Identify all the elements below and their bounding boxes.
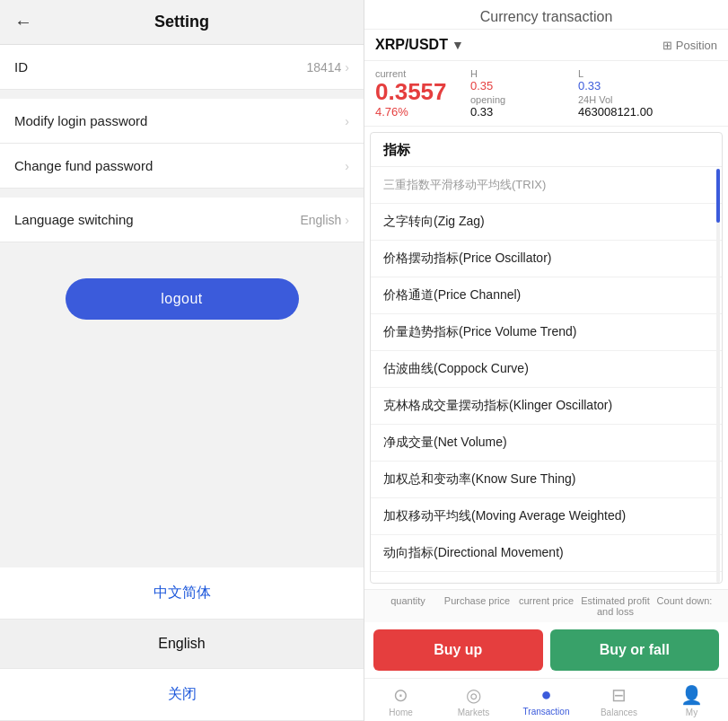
nav-label-balances: Balances: [601, 708, 637, 717]
language-picker-overlay: 中文简体 English 关闭: [0, 567, 364, 721]
table-header: quantityPurchase pricecurrent priceEstim…: [364, 589, 728, 622]
stat-row-vol: opening 0.33 24H Vol 463008121.00: [470, 94, 653, 119]
settings-label-language: Language switching: [14, 212, 134, 227]
settings-divider-2: [0, 189, 364, 198]
chevron-icon-fund: ›: [345, 159, 349, 173]
price-change: 4.76%: [375, 105, 456, 119]
ticker-left: XRP/USDT ▼: [375, 37, 464, 53]
nav-item-balances[interactable]: ⊟Balances: [583, 684, 655, 717]
position-icon: ⊞: [662, 39, 672, 52]
left-panel: ← Setting ID 18414 › Modify login passwo…: [0, 0, 364, 721]
settings-title: Setting: [14, 13, 349, 31]
nav-label-transaction: Transaction: [523, 707, 570, 717]
chevron-icon-id: ›: [345, 60, 349, 75]
settings-row-login-password[interactable]: Modify login password ›: [0, 99, 364, 144]
indicator-item[interactable]: 动向指标(Directional Movement): [371, 535, 722, 572]
indicator-item[interactable]: 动量指标(Momentum): [371, 572, 722, 583]
stat-l: L 0.33: [578, 68, 650, 92]
scrollbar-thumb[interactable]: [716, 169, 720, 223]
stat-vol: 24H Vol 463008121.00: [578, 94, 653, 119]
table-col-header: current price: [512, 595, 581, 617]
language-option-english[interactable]: English: [0, 620, 364, 669]
settings-divider-3: [0, 242, 364, 251]
settings-row-id[interactable]: ID 18414 ›: [0, 45, 364, 90]
stat-vol-label: 24H Vol: [578, 94, 653, 105]
ticker-bar: XRP/USDT ▼ ⊞ Position: [364, 30, 728, 61]
stat-opening: opening 0.33: [470, 94, 542, 119]
settings-value-language: English ›: [300, 213, 349, 227]
right-panel: Currency transaction XRP/USDT ▼ ⊞ Positi…: [364, 0, 728, 721]
stat-vol-value: 463008121.00: [578, 105, 653, 119]
logout-wrapper: logout: [0, 251, 364, 347]
settings-divider-1: [0, 90, 364, 99]
nav-item-transaction[interactable]: ●Transaction: [510, 684, 583, 717]
nav-label-home: Home: [389, 708, 413, 717]
current-price: 0.3557: [375, 79, 456, 105]
nav-item-markets[interactable]: ◎Markets: [437, 684, 510, 717]
nav-label-markets: Markets: [458, 708, 490, 717]
currency-page-title: Currency transaction: [364, 0, 728, 30]
language-option-chinese[interactable]: 中文简体: [0, 567, 364, 620]
stat-h: H 0.35: [470, 68, 542, 92]
table-col-header: Estimated profit and loss: [581, 595, 650, 617]
settings-label-id: ID: [14, 59, 28, 75]
indicator-item[interactable]: 克林格成交量摆动指标(Klinger Oscillator): [371, 388, 722, 425]
settings-label-fund-password: Change fund password: [14, 158, 153, 173]
price-stats: H 0.35 L 0.33 opening 0.33 24H Vol 46300…: [470, 68, 653, 119]
table-col-header: quantity: [373, 595, 443, 617]
position-label: Position: [676, 39, 717, 52]
table-col-header: Purchase price: [443, 595, 512, 617]
chevron-icon-login: ›: [345, 114, 349, 128]
ticker-dropdown-icon[interactable]: ▼: [452, 38, 464, 52]
indicators-panel: 指标 三重指数平滑移动平均线(TRIX)之字转向(Zig Zag)价格摆动指标(…: [370, 132, 723, 584]
indicator-item[interactable]: 价量趋势指标(Price Volume Trend): [371, 314, 722, 351]
price-row: current 0.3557 4.76% H 0.35 L 0.33 openi…: [364, 61, 728, 127]
chevron-icon-language: ›: [345, 213, 349, 227]
stat-opening-value: 0.33: [470, 105, 542, 119]
bottom-nav: ⊙Home◎Markets●Transaction⊟Balances👤My: [364, 678, 728, 721]
nav-icon-balances: ⊟: [611, 684, 627, 706]
nav-icon-my: 👤: [680, 684, 703, 706]
nav-icon-transaction: ●: [540, 684, 551, 705]
indicators-list[interactable]: 三重指数平滑移动平均线(TRIX)之字转向(Zig Zag)价格摆动指标(Pri…: [371, 167, 722, 583]
position-button[interactable]: ⊞ Position: [662, 39, 717, 52]
nav-label-my: My: [686, 708, 697, 717]
indicator-item[interactable]: 价格通道(Price Channel): [371, 277, 722, 314]
logout-button[interactable]: logout: [66, 278, 299, 320]
back-button[interactable]: ←: [14, 12, 32, 32]
settings-label-login-password: Modify login password: [14, 113, 147, 128]
settings-row-language[interactable]: Language switching English ›: [0, 198, 364, 242]
settings-value-id: 18414 ›: [306, 60, 349, 75]
buy-up-button[interactable]: Buy up: [373, 629, 543, 671]
indicator-item[interactable]: 加权总和变动率(Know Sure Thing): [371, 462, 722, 498]
indicator-item[interactable]: 估波曲线(Coppock Curve): [371, 351, 722, 388]
nav-item-my[interactable]: 👤My: [655, 684, 728, 717]
scrollbar-track: [716, 169, 720, 583]
stat-row-hl: H 0.35 L 0.33: [470, 68, 653, 92]
indicator-item[interactable]: 净成交量(Net Volume): [371, 425, 722, 462]
indicator-item[interactable]: 三重指数平滑移动平均线(TRIX): [371, 167, 722, 204]
nav-icon-markets: ◎: [466, 684, 481, 706]
indicators-title: 指标: [371, 133, 722, 167]
stat-h-label: H: [470, 68, 542, 79]
nav-icon-home: ⊙: [393, 684, 408, 706]
indicator-item[interactable]: 价格摆动指标(Price Oscillator): [371, 241, 722, 277]
buy-fall-button[interactable]: Buy or fall: [550, 629, 720, 671]
stat-l-value: 0.33: [578, 79, 650, 92]
settings-header: ← Setting: [0, 0, 364, 45]
settings-row-fund-password[interactable]: Change fund password ›: [0, 144, 364, 189]
indicator-item[interactable]: 加权移动平均线(Moving Average Weighted): [371, 498, 722, 535]
stat-l-label: L: [578, 68, 650, 79]
ticker-symbol: XRP/USDT: [375, 37, 448, 53]
stat-h-value: 0.35: [470, 79, 542, 92]
action-buttons: Buy up Buy or fall: [364, 622, 728, 678]
language-picker-close[interactable]: 关闭: [0, 669, 364, 721]
table-col-header: Count down:: [650, 595, 719, 617]
stat-opening-label: opening: [470, 94, 542, 105]
indicator-item[interactable]: 之字转向(Zig Zag): [371, 204, 722, 241]
price-left: current 0.3557 4.76%: [375, 68, 456, 119]
nav-item-home[interactable]: ⊙Home: [364, 684, 437, 717]
